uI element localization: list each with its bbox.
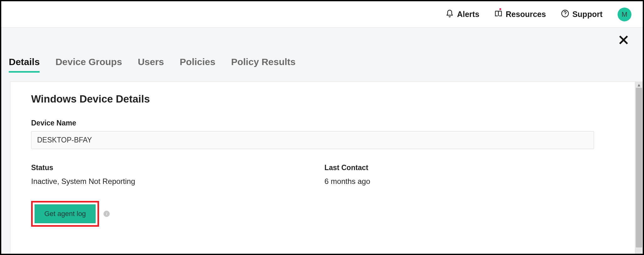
- resources-label: Resources: [506, 10, 546, 19]
- close-button[interactable]: [617, 34, 630, 47]
- resources-link[interactable]: Resources: [494, 9, 546, 19]
- top-bar: Alerts Resources Support M: [1, 1, 643, 28]
- scrollbar-thumb[interactable]: [636, 88, 642, 247]
- status-label: Status: [31, 164, 299, 172]
- help-icon: [561, 9, 569, 19]
- tab-bar: DetailsDevice GroupsUsersPoliciesPolicy …: [1, 47, 643, 73]
- book-icon: [494, 9, 502, 19]
- last-contact-value: 6 months ago: [325, 177, 593, 186]
- tab-users[interactable]: Users: [138, 57, 164, 73]
- details-card: Windows Device Details Device Name Statu…: [10, 81, 635, 254]
- device-name-input[interactable]: [31, 131, 594, 149]
- last-contact-label: Last Contact: [325, 164, 593, 172]
- notification-dot-icon: [499, 8, 501, 10]
- tab-policies[interactable]: Policies: [180, 57, 215, 73]
- get-agent-log-button[interactable]: Get agent log: [35, 204, 96, 223]
- close-icon: [618, 34, 629, 47]
- vertical-scrollbar[interactable]: ▲: [635, 81, 643, 254]
- svg-point-1: [565, 15, 565, 15]
- support-label: Support: [572, 10, 602, 19]
- bell-icon: [446, 9, 454, 19]
- support-link[interactable]: Support: [561, 9, 602, 19]
- device-name-label: Device Name: [31, 119, 614, 127]
- card-title: Windows Device Details: [31, 93, 614, 105]
- highlight-box: Get agent log: [31, 201, 99, 227]
- info-icon[interactable]: i: [103, 211, 110, 217]
- tab-device-groups[interactable]: Device Groups: [55, 57, 122, 73]
- alerts-label: Alerts: [457, 10, 479, 19]
- status-value: Inactive, System Not Reporting: [31, 177, 299, 186]
- tab-details[interactable]: Details: [9, 57, 40, 73]
- avatar[interactable]: M: [618, 8, 631, 21]
- alerts-link[interactable]: Alerts: [446, 9, 479, 19]
- scroll-up-arrow-icon: ▲: [637, 83, 641, 87]
- content-area: DetailsDevice GroupsUsersPoliciesPolicy …: [1, 28, 643, 254]
- tab-policy-results[interactable]: Policy Results: [231, 57, 296, 73]
- avatar-initial: M: [622, 10, 627, 19]
